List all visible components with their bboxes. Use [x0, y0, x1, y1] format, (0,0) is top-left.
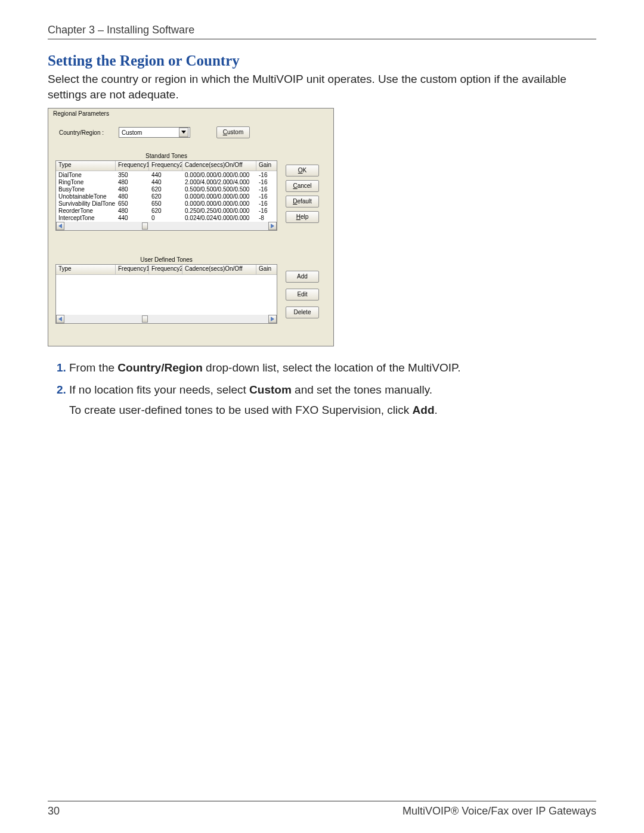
default-button[interactable]: Default	[286, 196, 319, 208]
table-row[interactable]: BusyTone4806200.500/0.500/0.500/0.500-16	[56, 186, 277, 193]
fieldset-label: Regional Parameters	[53, 110, 109, 117]
scroll-thumb[interactable]	[142, 222, 148, 230]
table-row[interactable]: UnobtainableTone4806200.000/0.000/0.000/…	[56, 193, 277, 200]
table-row[interactable]: InterceptTone44000.024/0.024/0.000/0.000…	[56, 215, 277, 222]
scroll-thumb[interactable]	[142, 315, 148, 323]
regional-parameters-dialog: Regional Parameters Country/Region : Cus…	[48, 108, 334, 346]
col-frequency1[interactable]: Frequency1	[116, 265, 149, 274]
table-row[interactable]: RingTone4804402.000/4.000/2.000/4.000-16	[56, 179, 277, 186]
table-row[interactable]: Survivability DialTone6506500.000/0.000/…	[56, 200, 277, 208]
instructions-list: From the Country/Region drop-down list, …	[48, 360, 596, 419]
col-frequency2[interactable]: Frequency2	[149, 161, 182, 171]
footer-rule	[48, 801, 596, 801]
col-frequency1[interactable]: Frequency1	[116, 161, 149, 171]
ok-button[interactable]: OK	[286, 165, 319, 176]
standard-tones-list[interactable]: Type Frequency1 Frequency2 Cadence(secs)…	[55, 160, 277, 231]
standard-tones-hscroll[interactable]	[56, 222, 277, 230]
user-defined-tones-list[interactable]: Type Frequency1 Frequency2 Cadence(secs)…	[55, 264, 277, 324]
chevron-down-icon[interactable]	[179, 128, 188, 137]
col-frequency2[interactable]: Frequency2	[149, 265, 182, 274]
instruction-step-1: From the Country/Region drop-down list, …	[69, 360, 596, 377]
cancel-button[interactable]: Cancel	[286, 180, 319, 192]
instruction-step-2: If no location fits your needs, select C…	[69, 382, 596, 419]
col-type[interactable]: Type	[56, 161, 116, 171]
delete-button[interactable]: Delete	[286, 306, 319, 318]
product-name: MultiVOIP® Voice/Fax over IP Gateways	[402, 805, 596, 817]
country-region-dropdown[interactable]: Custom	[119, 127, 190, 138]
col-cadence[interactable]: Cadence(secs)On/Off	[182, 265, 256, 274]
section-intro: Select the country or region in which th…	[48, 72, 596, 102]
scroll-right-icon[interactable]	[268, 222, 277, 230]
scroll-left-icon[interactable]	[56, 315, 64, 323]
table-row[interactable]: ReorderTone4806200.250/0.250/0.000/0.000…	[56, 208, 277, 215]
custom-button[interactable]: Custom	[216, 126, 250, 138]
chapter-header: Chapter 3 – Installing Software	[48, 24, 596, 36]
scroll-right-icon[interactable]	[268, 315, 277, 323]
scroll-left-icon[interactable]	[56, 222, 64, 230]
standard-tones-label: Standard Tones	[55, 153, 277, 159]
user-defined-tones-hscroll[interactable]	[56, 315, 277, 323]
col-cadence[interactable]: Cadence(secs)On/Off	[182, 161, 256, 171]
col-type[interactable]: Type	[56, 265, 116, 274]
user-defined-tones-header[interactable]: Type Frequency1 Frequency2 Cadence(secs)…	[56, 265, 277, 275]
header-rule	[48, 39, 596, 39]
section-title: Setting the Region or Country	[48, 52, 596, 69]
page-number: 30	[48, 805, 60, 817]
country-region-value: Custom	[122, 129, 142, 136]
help-button[interactable]: Help	[286, 211, 319, 223]
country-region-label: Country/Region :	[59, 129, 114, 136]
user-defined-tones-label: User Defined Tones	[55, 256, 277, 263]
table-row[interactable]: DialTone3504400.000/0.000/0.000/0.000-16	[56, 172, 277, 179]
col-gain[interactable]: Gain	[256, 161, 274, 171]
edit-button[interactable]: Edit	[286, 289, 319, 301]
add-button[interactable]: Add	[286, 271, 319, 283]
standard-tones-header[interactable]: Type Frequency1 Frequency2 Cadence(secs)…	[56, 161, 277, 171]
col-gain[interactable]: Gain	[256, 265, 274, 274]
